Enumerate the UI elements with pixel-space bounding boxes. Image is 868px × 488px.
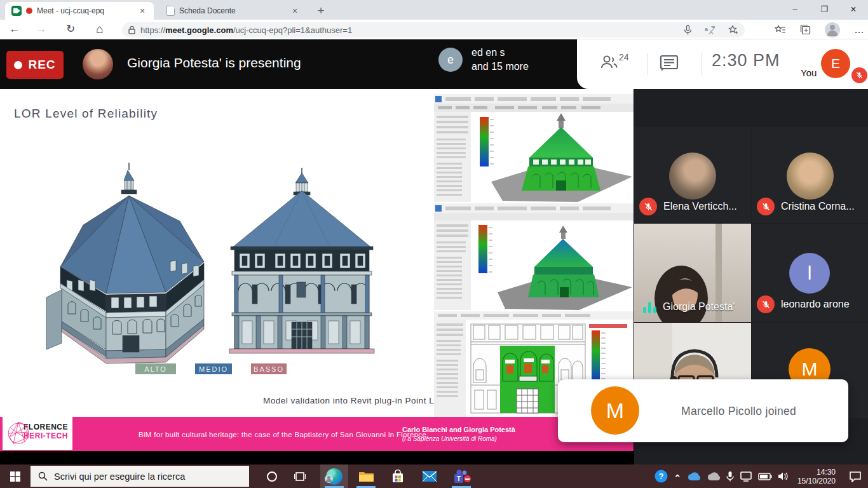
screen: Meet - ucj-ccuq-epq × Scheda Docente × +… xyxy=(0,0,868,488)
cortana-button[interactable] xyxy=(258,464,286,488)
footer-affiliation: (l a Sapienza Università di Roma) xyxy=(402,435,497,442)
participant-tile-cristina[interactable]: Cristina Corna... xyxy=(752,127,868,223)
restore-button[interactable]: ❐ xyxy=(810,0,839,20)
action-center-icon[interactable] xyxy=(849,471,862,482)
svg-text:T: T xyxy=(457,474,461,482)
document-favicon xyxy=(166,6,175,16)
meet-favicon xyxy=(11,6,22,16)
taskbar-clock[interactable]: 14:30 15/10/2020 xyxy=(797,468,836,485)
recording-label: REC xyxy=(28,58,55,72)
cloud-sync-icon[interactable] xyxy=(707,471,721,481)
hidden-icons-chevron[interactable]: ⌃ xyxy=(674,473,681,483)
recording-badge: REC xyxy=(6,51,64,79)
translate-icon[interactable]: aA xyxy=(705,25,715,35)
tab-close-icon[interactable]: × xyxy=(290,6,300,16)
attendees-line1: ed en s xyxy=(471,46,529,60)
collections-icon[interactable] xyxy=(800,24,811,35)
meet-controls-bar: 24 2:30 PM You E xyxy=(577,39,868,89)
tab-scheda-docente[interactable]: Scheda Docente × xyxy=(160,2,306,20)
network-tray-icon[interactable] xyxy=(740,471,752,482)
chat-icon[interactable] xyxy=(660,55,679,72)
speaking-indicator-icon xyxy=(643,301,656,313)
legend-medio: MEDIO xyxy=(195,363,232,374)
onedrive-icon[interactable] xyxy=(687,471,701,481)
do-not-disturb-badge xyxy=(463,475,471,483)
presenting-status: Giorgia Potesta' is presenting xyxy=(127,55,301,71)
mail-button[interactable] xyxy=(416,464,444,488)
microphone-tray-icon[interactable] xyxy=(726,471,734,482)
taskbar-search-box[interactable]: Scrivi qui per eseguire la ricerca xyxy=(31,466,249,487)
add-favorite-star-icon[interactable] xyxy=(728,25,738,35)
participant-tile-giorgia-video[interactable]: Giorgia Potesta' xyxy=(634,224,751,322)
store-icon xyxy=(391,470,405,484)
participant-tile-elena[interactable]: Elena Verticch... xyxy=(634,127,751,223)
favorites-bar-icon[interactable] xyxy=(775,25,786,35)
edge-taskbar-button[interactable] xyxy=(320,464,348,488)
forward-icon[interactable]: → xyxy=(32,20,51,39)
windows-taskbar: Scrivi qui per eseguire la ricerca T xyxy=(0,464,868,488)
mail-icon xyxy=(422,470,437,482)
notification-avatar: M xyxy=(591,386,639,435)
browser-tab-strip: Meet - ucj-ccuq-epq × Scheda Docente × +… xyxy=(0,0,868,20)
recording-dot-icon xyxy=(14,61,22,69)
you-muted-mic-icon xyxy=(851,67,867,83)
browser-menu-icon[interactable]: … xyxy=(854,24,864,36)
presenter-avatar xyxy=(83,49,113,79)
tab-recording-indicator xyxy=(26,8,32,14)
muted-mic-icon xyxy=(757,295,775,313)
browser-profile-avatar[interactable] xyxy=(825,22,840,37)
revit-screenshot-3d-green xyxy=(434,94,634,202)
search-icon xyxy=(38,471,48,481)
minimize-button[interactable]: – xyxy=(780,0,810,20)
baptistery-elevation-drawing xyxy=(226,166,378,357)
avatar-initial: l xyxy=(789,253,830,294)
voice-search-icon[interactable] xyxy=(684,25,692,36)
tab-close-icon[interactable]: × xyxy=(137,6,147,16)
reliability-legend: ALTO MEDIO BASSO xyxy=(135,363,287,374)
back-icon[interactable]: ← xyxy=(5,20,24,39)
svg-text:?: ? xyxy=(659,471,664,481)
home-icon[interactable]: ⌂ xyxy=(90,20,109,39)
legend-basso: BASSO xyxy=(251,363,287,374)
browser-toolbar: ← → ↻ ⌂ https://meet.google.com/ucj-ccuq… xyxy=(0,20,868,39)
participant-name: Elena Verticch... xyxy=(663,201,737,212)
participant-count: 24 xyxy=(619,52,629,70)
lock-icon xyxy=(128,25,135,34)
slide-title: LOR Level of Reliability xyxy=(14,107,158,121)
participants-button[interactable]: 24 xyxy=(600,53,629,70)
you-avatar[interactable]: E xyxy=(821,49,850,78)
footer-authors: Carlo Bianchi and Giorgia Potestà xyxy=(402,426,515,433)
meeting-clock: 2:30 PM xyxy=(712,51,780,71)
divider xyxy=(647,53,648,75)
muted-mic-icon xyxy=(757,198,775,215)
address-bar[interactable]: https://meet.google.com/ucj-ccuq-epq?pli… xyxy=(122,22,745,37)
attendee-avatar: e xyxy=(438,48,463,72)
slide-footer-bar: BiM for built cultural heritage: the cas… xyxy=(0,417,634,451)
task-view-button[interactable] xyxy=(286,464,314,488)
participant-name: Cristina Corna... xyxy=(781,201,855,212)
clock-date: 15/10/2020 xyxy=(797,477,836,485)
start-button[interactable] xyxy=(0,464,31,488)
you-label: You xyxy=(801,67,817,78)
get-help-tray-icon[interactable]: ? xyxy=(654,470,668,483)
task-view-icon xyxy=(294,471,306,482)
clock-time: 14:30 xyxy=(797,468,836,477)
battery-tray-icon[interactable] xyxy=(758,473,772,480)
tab-meet[interactable]: Meet - ucj-ccuq-epq × xyxy=(5,2,154,20)
attendees-pill[interactable]: e ed en s and 15 more xyxy=(438,46,529,74)
tab-title: Scheda Docente xyxy=(179,6,285,15)
windows-logo-icon xyxy=(10,471,20,482)
file-explorer-button[interactable] xyxy=(352,464,380,488)
attendees-line2: and 15 more xyxy=(471,60,529,74)
teams-button[interactable]: T xyxy=(447,464,475,488)
participant-tile-leonardo[interactable]: l leonardo arone xyxy=(752,224,868,322)
heritech-logo: FLORENCE HERI-TECH xyxy=(3,413,72,450)
refresh-icon[interactable]: ↻ xyxy=(61,20,80,39)
join-notification[interactable]: M Marcello Picollo joined xyxy=(558,379,848,442)
url-text: https://meet.google.com/ucj-ccuq-epq?pli… xyxy=(140,25,684,35)
store-button[interactable] xyxy=(384,464,412,488)
avatar xyxy=(787,152,834,200)
volume-tray-icon[interactable] xyxy=(778,471,789,481)
new-tab-button[interactable]: + xyxy=(313,3,329,19)
close-button[interactable]: × xyxy=(839,0,868,20)
